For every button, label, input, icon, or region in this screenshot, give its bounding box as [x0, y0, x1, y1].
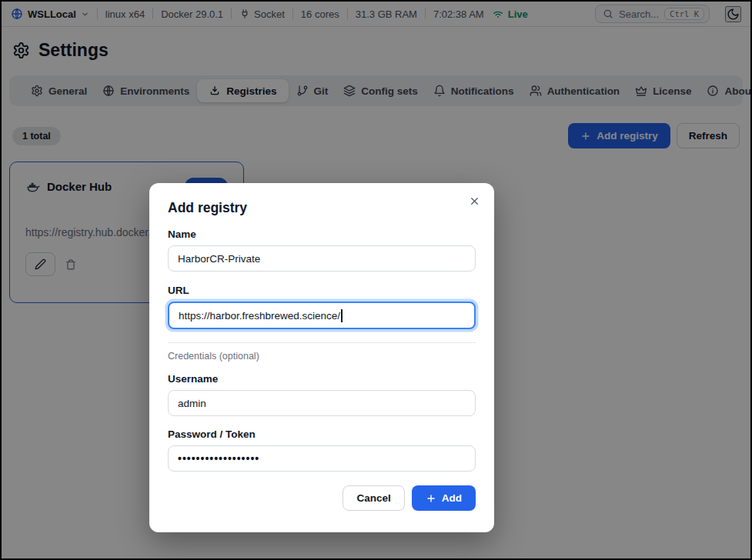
add-label: Add: [442, 492, 462, 504]
name-value: HarborCR-Private: [178, 253, 260, 265]
url-value: https://harbor.freshbrewed.science/: [179, 310, 340, 322]
url-input[interactable]: https://harbor.freshbrewed.science/: [168, 302, 476, 329]
section-divider: [168, 342, 476, 343]
name-label: Name: [168, 228, 476, 240]
username-input[interactable]: admin: [168, 390, 476, 416]
app-window: WSLLocal linux x64 Docker 29.0.1 Socket …: [0, 0, 752, 560]
url-label: URL: [168, 285, 476, 296]
name-input[interactable]: HarborCR-Private: [168, 245, 476, 272]
cancel-label: Cancel: [356, 492, 390, 504]
add-registry-modal: Add registry Name HarborCR-Private URL h…: [149, 183, 494, 532]
credentials-label: Credentials (optional): [168, 351, 476, 362]
password-value: ••••••••••••••••••: [178, 452, 259, 465]
username-label: Username: [168, 373, 476, 385]
close-button[interactable]: [469, 195, 480, 207]
close-icon: [469, 195, 480, 207]
plus-icon: [426, 493, 436, 504]
add-button[interactable]: Add: [412, 485, 476, 511]
username-value: admin: [178, 398, 206, 409]
modal-title: Add registry: [168, 200, 476, 216]
text-caret: [341, 309, 343, 322]
password-input[interactable]: ••••••••••••••••••: [168, 445, 476, 472]
cancel-button[interactable]: Cancel: [343, 485, 404, 511]
password-label: Password / Token: [168, 428, 476, 440]
